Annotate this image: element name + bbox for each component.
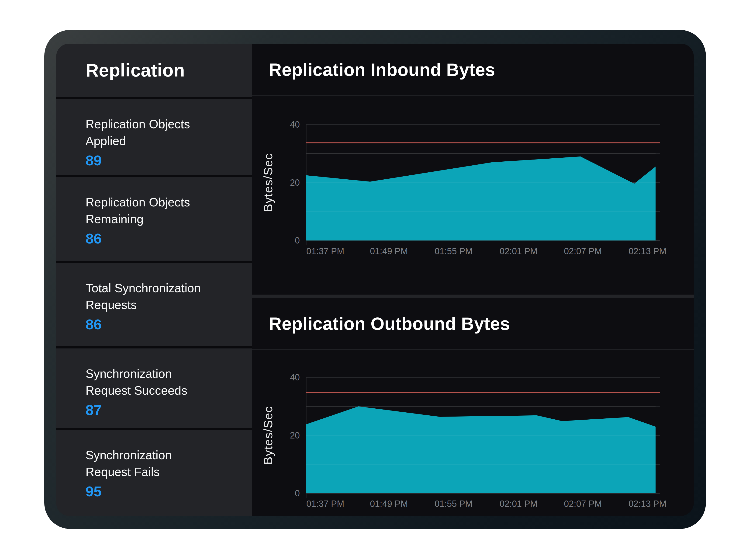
svg-text:01:55 PM: 01:55 PM [434,499,472,509]
metric-label: Synchronization Request Fails [86,447,219,480]
sidebar-row-divider [56,346,252,348]
metric-row: Total Synchronization Requests 86 [56,263,252,346]
svg-text:02:07 PM: 02:07 PM [564,246,602,256]
sidebar-row-divider [56,261,252,263]
metric-row: Replication Objects Remaining 86 [56,177,252,261]
inbound-chart-title: Replication Inbound Bytes [269,59,495,80]
inbound-chart-header: Replication Inbound Bytes [252,44,694,96]
sidebar-row-divider [56,175,252,177]
svg-text:40: 40 [290,372,300,382]
svg-text:02:01 PM: 02:01 PM [499,246,538,256]
svg-text:20: 20 [290,178,300,188]
sidebar-row-divider [56,428,252,430]
metric-label: Total Synchronization Requests [86,280,219,313]
svg-text:02:13 PM: 02:13 PM [629,246,666,256]
svg-text:Bytes/Sec: Bytes/Sec [261,153,275,212]
sidebar-header: Replication [56,44,252,97]
metric-value: 89 [86,151,243,170]
dashboard-card: Replication Replication Objects Applied … [44,30,706,529]
svg-text:01:55 PM: 01:55 PM [434,246,472,256]
metric-row: Replication Objects Applied 89 [56,99,252,175]
dashboard-page: Replication Replication Objects Applied … [0,0,746,560]
sidebar-replication-stats: Replication Replication Objects Applied … [56,44,252,516]
svg-text:02:01 PM: 02:01 PM [499,499,538,509]
metric-value: 86 [86,315,243,334]
svg-text:Bytes/Sec: Bytes/Sec [261,406,275,465]
metric-row: Synchronization Request Fails 95 [56,430,252,515]
metric-list: Replication Objects Applied 89 Replicati… [56,99,252,516]
svg-text:01:49 PM: 01:49 PM [370,499,408,509]
svg-text:20: 20 [290,430,300,440]
svg-text:02:07 PM: 02:07 PM [564,499,602,509]
svg-text:01:37 PM: 01:37 PM [306,499,344,509]
panel-divider [252,295,694,298]
svg-text:40: 40 [290,120,300,130]
outbound-chart-panel: 0204001:37 PM01:49 PM01:55 PM02:01 PM02:… [252,298,694,516]
metric-value: 86 [86,229,243,248]
svg-text:0: 0 [295,488,300,498]
sidebar-title: Replication [86,60,185,81]
svg-text:01:37 PM: 01:37 PM [306,246,344,256]
outbound-chart-header: Replication Outbound Bytes [252,298,694,350]
metric-label: Synchronization Request Succeeds [86,365,219,399]
metric-value: 95 [86,482,243,501]
metric-label: Replication Objects Remaining [86,194,219,227]
metric-row: Synchronization Request Succeeds 87 [56,348,252,428]
svg-text:0: 0 [295,235,300,245]
inbound-chart-panel: 0204001:37 PM01:49 PM01:55 PM02:01 PM02:… [252,44,694,295]
svg-text:02:13 PM: 02:13 PM [629,499,666,509]
outbound-chart-title: Replication Outbound Bytes [269,313,510,334]
sidebar-header-divider [56,97,252,99]
svg-text:01:49 PM: 01:49 PM [370,246,408,256]
metric-label: Replication Objects Applied [86,116,219,149]
metric-value: 87 [86,400,243,420]
